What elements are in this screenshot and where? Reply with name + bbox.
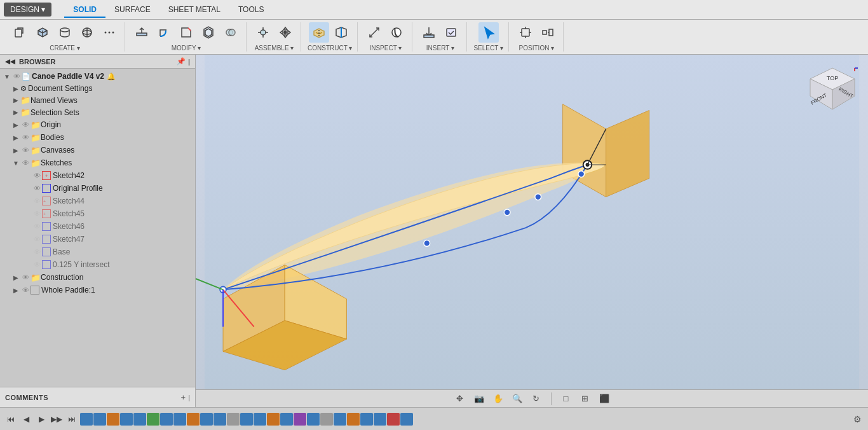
tree-item-doc-settings[interactable]: ▶ ⚙ Document Settings [0, 83, 195, 94]
fillet-icon[interactable] [154, 22, 174, 43]
timeline-icon-12[interactable] [227, 413, 240, 426]
tree-item-bodies[interactable]: ▶ 👁 📁 Bodies [0, 131, 195, 144]
tree-item-sketch45[interactable]: 👁 + Sketch45 [0, 207, 195, 220]
tree-eye-whole-paddle[interactable]: 👁 [20, 285, 31, 295]
timeline-icon-22[interactable] [360, 413, 373, 426]
timeline-icon-9[interactable] [187, 413, 200, 426]
timeline-icon-21[interactable] [347, 413, 360, 426]
tree-eye-sketch42[interactable]: 👁 [32, 170, 42, 181]
timeline-icon-13[interactable] [240, 413, 253, 426]
grid-status-icon[interactable]: ⊞ [578, 392, 592, 406]
comments-add-icon[interactable]: + [181, 392, 186, 402]
tree-item-intersect[interactable]: 👁 0.125 Y intersect [0, 258, 195, 271]
chamfer-icon[interactable] [176, 22, 196, 43]
timeline-icon-23[interactable] [374, 413, 386, 426]
tree-expand-original-profile[interactable] [23, 184, 32, 193]
midplane-icon[interactable] [331, 22, 351, 43]
timeline-next-btn[interactable]: ▶▶ [50, 412, 64, 426]
tree-eye-construction[interactable]: 👁 [20, 272, 31, 282]
tree-eye-sketch45[interactable]: 👁 [32, 209, 42, 219]
comments-pin-icon[interactable]: | [188, 394, 190, 401]
tree-eye-bodies[interactable]: 👁 [20, 132, 31, 142]
timeline-icon-14[interactable] [254, 413, 266, 426]
select-tool-icon[interactable] [478, 22, 499, 43]
tree-eye-canvases[interactable]: 👁 [20, 145, 31, 155]
tree-expand-bodies[interactable]: ▶ [11, 133, 20, 142]
tree-expand-sketch42[interactable] [23, 171, 32, 180]
tree-expand-doc[interactable]: ▶ [11, 84, 20, 93]
timeline-icon-7[interactable] [160, 413, 173, 426]
tree-expand-canvases[interactable]: ▶ [11, 146, 20, 155]
tree-expand-base[interactable] [23, 247, 32, 256]
timeline-icon-3[interactable] [107, 413, 119, 426]
timeline-icon-25[interactable] [400, 413, 413, 426]
timeline-icon-24[interactable] [387, 413, 400, 426]
tree-eye-original-profile[interactable]: 👁 [32, 183, 42, 193]
joint-icon[interactable] [253, 22, 273, 43]
tree-expand-named-views[interactable]: ▶ [11, 96, 20, 105]
timeline-icon-17[interactable] [294, 413, 306, 426]
tree-expand-whole-paddle[interactable]: ▶ [11, 286, 20, 295]
press-pull-icon[interactable] [132, 22, 152, 43]
insert-mesh-icon[interactable] [419, 22, 439, 43]
tree-eye-sketch44[interactable]: 👁 [32, 196, 42, 206]
tree-item-root[interactable]: ▼ 👁 📄 Canoe Paddle V4 v2 🔔 [0, 70, 195, 83]
tree-expand-sketch47[interactable] [23, 235, 32, 244]
timeline-icon-18[interactable] [307, 413, 320, 426]
tree-item-original-profile[interactable]: 👁 Original Profile [0, 182, 195, 195]
tree-item-sketch42[interactable]: 👁 + Sketch42 [0, 169, 195, 182]
timeline-icon-15[interactable] [267, 413, 280, 426]
timeline-icon-19[interactable] [320, 413, 333, 426]
timeline-icon-1[interactable] [80, 413, 93, 426]
offset-plane-icon[interactable] [309, 22, 329, 43]
tab-tools[interactable]: TOOLS [229, 3, 273, 18]
tree-item-canvases[interactable]: ▶ 👁 📁 Canvases [0, 144, 195, 156]
timeline-to-start-btn[interactable]: ⏮ [4, 412, 18, 426]
tree-item-selection-sets[interactable]: ▶ 📁 Selection Sets [0, 106, 195, 118]
tree-item-origin[interactable]: ▶ 👁 📁 Origin [0, 118, 195, 131]
tree-expand-sketch44[interactable] [23, 197, 32, 205]
shell-icon[interactable] [198, 22, 219, 43]
tree-item-sketch47[interactable]: 👁 Sketch47 [0, 233, 195, 246]
tree-item-construction[interactable]: ▶ 👁 📁 Construction [0, 271, 195, 284]
timeline-icon-20[interactable] [334, 413, 346, 426]
timeline-icon-10[interactable] [200, 413, 213, 426]
tree-item-sketch44[interactable]: 👁 + Sketch44 [0, 195, 195, 207]
tree-item-sketches[interactable]: ▼ 👁 📁 Sketches [0, 156, 195, 169]
tree-expand-construction[interactable]: ▶ [11, 273, 20, 282]
tree-eye-sketches[interactable]: 👁 [20, 158, 31, 168]
new-component-icon[interactable] [10, 22, 31, 43]
move-joint-icon[interactable] [275, 22, 295, 43]
zebra-icon[interactable] [386, 22, 407, 43]
browser-expand-icon[interactable]: | [188, 58, 190, 66]
timeline-icon-16[interactable] [280, 413, 293, 426]
timeline-icon-11[interactable] [214, 413, 226, 426]
tree-item-sketch46[interactable]: 👁 Sketch46 [0, 220, 195, 233]
box-icon[interactable] [32, 22, 53, 43]
tree-item-whole-paddle[interactable]: ▶ 👁 Whole Paddle:1 [0, 284, 195, 296]
measure-icon[interactable] [364, 22, 384, 43]
view-cube-status-icon[interactable]: ⬛ [597, 392, 611, 406]
create-more-icon[interactable] [99, 22, 119, 43]
timeline-settings-btn[interactable]: ⚙ [850, 412, 864, 426]
timeline-icon-6[interactable] [147, 413, 159, 426]
design-button[interactable]: DESIGN ▾ [4, 3, 51, 17]
tree-expand-selection-sets[interactable]: ▶ [11, 108, 20, 117]
tree-item-base[interactable]: 👁 Base [0, 246, 195, 258]
timeline-to-end-btn[interactable]: ⏭ [65, 412, 79, 426]
tree-eye-intersect[interactable]: 👁 [32, 260, 42, 270]
tree-eye-base[interactable]: 👁 [32, 247, 42, 257]
move-icon[interactable] [515, 22, 536, 43]
tree-expand-sketch46[interactable] [23, 222, 32, 231]
pan-status-icon[interactable]: ✋ [491, 392, 505, 406]
timeline-prev-btn[interactable]: ◀ [19, 412, 33, 426]
zoom-status-icon[interactable]: 🔍 [510, 392, 524, 406]
timeline-icon-8[interactable] [173, 413, 186, 426]
insert-canvas-icon[interactable] [441, 22, 461, 43]
tree-expand-intersect[interactable] [23, 260, 32, 269]
tree-expand-sketch45[interactable] [23, 209, 32, 218]
move-status-icon[interactable]: ✥ [453, 392, 467, 406]
display-status-icon[interactable]: □ [559, 392, 573, 406]
tree-eye-origin[interactable]: 👁 [20, 120, 31, 130]
orbit-status-icon[interactable]: ↻ [529, 392, 543, 406]
